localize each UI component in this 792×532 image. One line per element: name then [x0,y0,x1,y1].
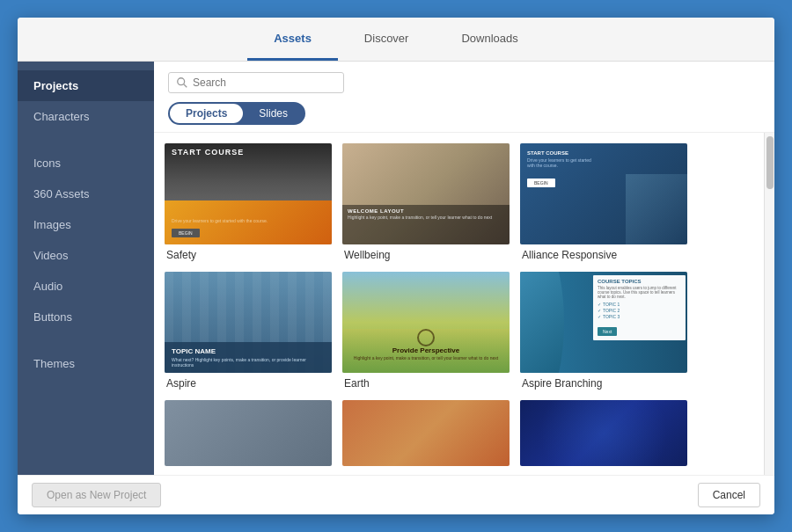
safety-subtitle: Drive your learners to get started with … [172,218,325,223]
card-branching-image: COURSE TOPICS This layout enables users … [520,272,687,373]
content-header: Projects Slides [154,62,774,133]
branching-title: COURSE TOPICS [598,279,681,284]
sidebar-item-videos[interactable]: Videos [18,240,154,271]
search-icon [176,77,188,89]
card-aspire[interactable]: TOPIC NAME What next? Highlight key poin… [165,272,332,390]
grid-row-1: START COURSE Drive your learners to get … [165,143,753,261]
toggle-projects[interactable]: Projects [170,104,243,123]
sidebar-item-themes[interactable]: Themes [18,348,154,379]
wellbeing-title: WELCOME LAYOUT [348,208,504,214]
alliance-title: START COURSE [527,150,598,156]
sidebar-item-images[interactable]: Images [18,209,154,240]
card-alliance-image: START COURSE Drive your learners to get … [520,143,687,244]
card-aspire-branching[interactable]: COURSE TOPICS This layout enables users … [520,272,687,390]
tab-downloads[interactable]: Downloads [435,18,544,61]
modal-container: Assets Discover Downloads Projects Chara… [18,18,774,514]
card-earth-image: Provide Perspective Highlight a key poin… [342,272,510,373]
grid-row-3 [165,400,753,466]
card-alliance[interactable]: START COURSE Drive your learners to get … [520,143,687,261]
tab-assets[interactable]: Assets [247,18,338,61]
scrollbar[interactable] [764,133,774,475]
toggle-slides[interactable]: Slides [243,104,304,123]
aspire-topic: TOPIC NAME [172,347,325,355]
card-partial-3[interactable] [520,400,687,466]
card-partial-1[interactable] [165,400,332,466]
sidebar-item-buttons[interactable]: Buttons [18,302,154,332]
card-wellbeing-label: Wellbeing [342,249,510,261]
card-aspire-image: TOPIC NAME What next? Highlight key poin… [165,272,332,373]
search-input[interactable] [193,77,334,89]
svg-line-1 [184,84,187,88]
content-area: Projects Slides [154,62,774,475]
card-wellbeing-image: WELCOME LAYOUT Highlight a key point, ma… [342,143,510,244]
safety-title: START COURSE [172,148,244,157]
card-partial-2[interactable] [342,400,510,466]
sidebar: Projects Characters Icons 360 Assets Ima… [18,62,154,475]
card-safety-image: START COURSE Drive your learners to get … [165,143,332,244]
svg-point-0 [178,78,185,85]
grid-container: START COURSE Drive your learners to get … [154,133,774,475]
tab-bar: Assets Discover Downloads [18,18,774,62]
card-aspire-label: Aspire [165,377,332,390]
scroll-thumb[interactable] [766,136,774,189]
modal-footer: Open as New Project Cancel [18,475,774,514]
card-branching-label: Aspire Branching [520,377,687,390]
card-wellbeing[interactable]: WELCOME LAYOUT Highlight a key point, ma… [342,143,510,261]
earth-title: Provide Perspective [342,346,510,354]
sidebar-item-projects[interactable]: Projects [18,70,154,101]
grid-area: START COURSE Drive your learners to get … [154,133,764,475]
sidebar-item-characters[interactable]: Characters [18,101,154,132]
card-safety-label: Safety [165,249,332,261]
toggle-group: Projects Slides [168,102,305,125]
sidebar-item-audio[interactable]: Audio [18,271,154,302]
modal-body: Projects Characters Icons 360 Assets Ima… [18,62,774,475]
card-alliance-label: Alliance Responsive [520,249,687,261]
safety-btn: BEGIN [172,229,200,237]
card-safety[interactable]: START COURSE Drive your learners to get … [165,143,332,261]
tab-discover[interactable]: Discover [338,18,436,61]
grid-row-2: TOPIC NAME What next? Highlight key poin… [165,272,753,390]
card-earth-label: Earth [342,377,510,390]
sidebar-item-icons[interactable]: Icons [18,148,154,179]
open-project-button[interactable]: Open as New Project [32,483,161,507]
sidebar-item-360assets[interactable]: 360 Assets [18,179,154,209]
search-box[interactable] [168,72,344,93]
card-earth[interactable]: Provide Perspective Highlight a key poin… [342,272,510,390]
cancel-button[interactable]: Cancel [698,483,760,507]
